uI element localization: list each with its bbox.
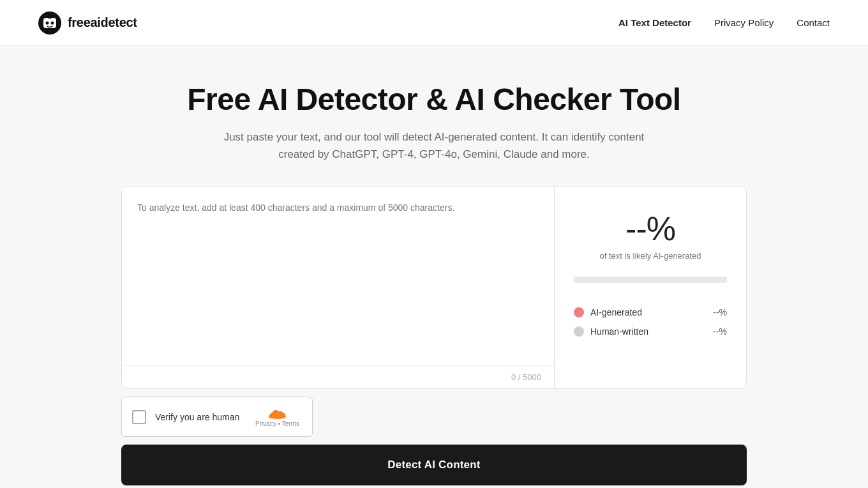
char-count: 0 / 5000: [122, 365, 554, 388]
human-dot: [574, 326, 584, 337]
hero-section: Free AI Detector & AI Checker Tool Just …: [0, 46, 868, 186]
header: freeaidetect AI Text Detector Privacy Po…: [0, 0, 868, 46]
captcha-checkbox[interactable]: [132, 410, 146, 424]
hero-title: Free AI Detector & AI Checker Tool: [13, 82, 855, 117]
svg-point-2: [46, 21, 49, 24]
result-panel: --% of text is likely AI-generated AI-ge…: [555, 187, 746, 388]
cf-links: Privacy • Terms: [255, 420, 299, 427]
text-input[interactable]: [122, 187, 554, 365]
cloudflare-badge: Privacy • Terms: [255, 406, 299, 427]
legend: AI-generated --% Human-written --%: [574, 307, 727, 337]
logo[interactable]: freeaidetect: [38, 11, 137, 34]
captcha-label: Verify you are human: [155, 412, 239, 422]
human-pct: --%: [713, 326, 727, 337]
nav-privacy-policy[interactable]: Privacy Policy: [714, 17, 774, 28]
svg-rect-6: [56, 20, 59, 25]
svg-point-3: [51, 21, 54, 24]
nav-ai-text-detector[interactable]: AI Text Detector: [618, 17, 691, 28]
logo-text: freeaidetect: [68, 15, 137, 30]
hero-subtitle: Just paste your text, and our tool will …: [217, 128, 651, 163]
svg-rect-4: [48, 16, 52, 19]
svg-rect-1: [43, 18, 56, 28]
nav: AI Text Detector Privacy Policy Contact: [618, 17, 830, 28]
cloudflare-icon: [266, 406, 289, 420]
logo-icon: [38, 11, 61, 34]
detect-btn-wrapper: Detect AI Content: [121, 445, 747, 485]
ai-label: AI-generated: [590, 307, 642, 317]
human-label: Human-written: [590, 326, 648, 337]
ai-dot: [574, 307, 584, 317]
nav-contact[interactable]: Contact: [797, 17, 830, 28]
pct-value: --%: [574, 210, 727, 248]
legend-human: Human-written --%: [574, 326, 727, 337]
detect-button[interactable]: Detect AI Content: [121, 445, 747, 485]
captcha-box: Verify you are human Privacy • Terms: [121, 397, 313, 437]
svg-point-12: [278, 411, 283, 417]
percentage-display: --% of text is likely AI-generated: [574, 210, 727, 262]
text-panel: 0 / 5000: [122, 187, 555, 388]
tool-container: 0 / 5000 --% of text is likely AI-genera…: [121, 186, 747, 389]
captcha-area: Verify you are human Privacy • Terms: [121, 397, 747, 437]
ai-pct: --%: [713, 307, 727, 317]
progress-bar: [574, 277, 727, 283]
legend-ai: AI-generated --%: [574, 307, 727, 317]
svg-rect-5: [41, 20, 43, 25]
pct-label: of text is likely AI-generated: [574, 250, 727, 262]
